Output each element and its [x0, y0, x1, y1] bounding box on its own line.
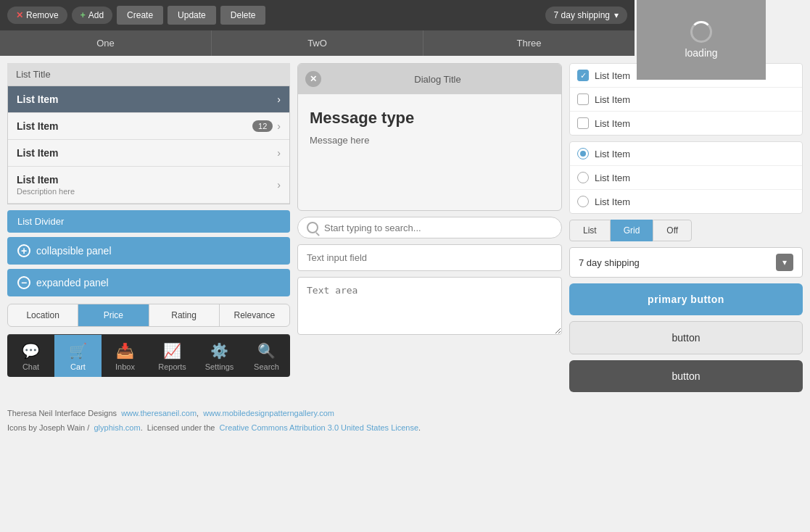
tab-three[interactable]: Three — [423, 30, 635, 56]
radio-list: List Item List Item List Item — [569, 141, 803, 214]
center-panel: ✕ Dialog Title Message type Message here — [297, 63, 562, 392]
toggle-group: List Grid Off — [569, 220, 803, 241]
dropdown-select[interactable]: 7 day shipping ▾ — [569, 247, 803, 278]
list-title: List Title — [7, 63, 290, 86]
dialog-close-button[interactable]: ✕ — [305, 71, 321, 87]
toolbar: ✕ Remove + Add Create Update Delete 7 da… — [0, 0, 635, 30]
spinner-icon — [690, 21, 712, 43]
expanded-panel[interactable]: − expanded panel — [7, 269, 290, 296]
dialog-title: Dialog Title — [321, 74, 554, 85]
tab-one[interactable]: One — [0, 30, 212, 56]
tab-bar-reports[interactable]: 📈 Reports — [149, 335, 196, 377]
tab-bar-chat[interactable]: 💬 Chat — [7, 335, 54, 377]
dialog-body: Message type Message here — [298, 94, 561, 210]
footer-link-1[interactable]: www.theresaneil.com — [121, 409, 197, 417]
list-container: List Item › List Item 12 › List Item › — [7, 86, 290, 204]
list-item[interactable]: List Item › — [8, 140, 289, 167]
remove-icon: ✕ — [16, 10, 23, 20]
segment-control: Location Price Rating Relevance — [7, 304, 290, 327]
minus-icon: − — [17, 276, 30, 289]
segment-rating[interactable]: Rating — [149, 304, 220, 326]
loading-panel: loading — [637, 0, 766, 80]
left-panel: List Title List Item › List Item 12 › Li… — [7, 63, 290, 392]
dropdown-label: 7 day shipping — [579, 257, 640, 268]
radio-selected[interactable] — [577, 148, 589, 159]
search-bar[interactable] — [297, 217, 562, 238]
toggle-off-button[interactable]: Off — [653, 220, 692, 241]
cart-icon: 🛒 — [69, 342, 87, 359]
toggle-list-button[interactable]: List — [569, 220, 611, 241]
dropdown-chevron-icon: ▾ — [776, 254, 793, 271]
radio-unselected[interactable] — [577, 172, 589, 183]
list-divider: List Divider — [7, 210, 290, 233]
search-icon — [307, 222, 318, 233]
message-body-text: Message here — [310, 135, 550, 146]
collapsible-panel[interactable]: + collapsible panel — [7, 237, 290, 265]
tab-bar-search[interactable]: 🔍 Search — [243, 335, 290, 377]
segment-price[interactable]: Price — [78, 304, 149, 326]
radio-unselected[interactable] — [577, 196, 589, 207]
settings-icon: ⚙️ — [210, 342, 228, 359]
footer-link-4[interactable]: Creative Commons Attribution 3.0 United … — [220, 423, 419, 432]
dark-button[interactable]: button — [569, 360, 803, 392]
list-item[interactable]: List Item › — [8, 86, 289, 113]
radio-item[interactable]: List Item — [570, 190, 802, 213]
footer-link-2[interactable]: www.mobiledesignpatterngallery.com — [203, 409, 334, 417]
chevron-right-icon: › — [277, 179, 281, 191]
message-type-heading: Message type — [310, 109, 550, 128]
badge: 12 — [252, 120, 273, 132]
chevron-right-icon: › — [277, 147, 281, 159]
dialog-box: ✕ Dialog Title Message type Message here — [297, 63, 562, 211]
tab-bar-inbox[interactable]: 📥 Inbox — [102, 335, 149, 377]
update-button[interactable]: Update — [168, 6, 216, 25]
list-item[interactable]: List Item Description here › — [8, 167, 289, 204]
footer: Theresa Neil Interface Designs www.there… — [0, 399, 810, 443]
loading-label: loading — [685, 47, 717, 59]
checkbox-item[interactable]: List Item — [570, 88, 802, 112]
segment-location[interactable]: Location — [8, 304, 78, 326]
plus-icon: + — [17, 244, 30, 257]
checkbox-item[interactable]: List Item — [570, 112, 802, 135]
main-content: List Title List Item › List Item 12 › Li… — [0, 56, 810, 399]
chat-icon: 💬 — [22, 342, 40, 359]
tabs-row: One TwO Three — [0, 30, 635, 56]
list-item[interactable]: List Item 12 › — [8, 113, 289, 140]
right-panel: List Item List Item List Item List Item — [569, 63, 803, 392]
chevron-right-icon: › — [277, 93, 281, 105]
create-button[interactable]: Create — [117, 6, 163, 25]
checkbox-checked[interactable] — [577, 70, 589, 81]
tab-two[interactable]: TwO — [212, 30, 423, 56]
add-button[interactable]: + Add — [72, 7, 112, 24]
radio-item[interactable]: List Item — [570, 142, 802, 166]
segment-relevance[interactable]: Relevance — [220, 304, 289, 326]
checkbox-unchecked[interactable] — [577, 117, 589, 129]
dialog-header: ✕ Dialog Title — [298, 64, 561, 94]
tab-bar-cart[interactable]: 🛒 Cart — [54, 335, 102, 377]
remove-button[interactable]: ✕ Remove — [7, 7, 67, 24]
footer-link-3[interactable]: glyphish.com — [94, 423, 140, 432]
radio-item[interactable]: List Item — [570, 166, 802, 190]
tab-bar: 💬 Chat 🛒 Cart 📥 Inbox 📈 Reports ⚙️ — [7, 334, 290, 377]
text-area-field[interactable] — [297, 277, 562, 335]
chevron-down-icon: ▾ — [614, 10, 619, 20]
inbox-icon: 📥 — [116, 342, 134, 359]
checkbox-unchecked[interactable] — [577, 93, 589, 105]
shipping-dropdown[interactable]: 7 day shipping ▾ — [545, 7, 627, 24]
delete-button[interactable]: Delete — [220, 6, 266, 25]
primary-button[interactable]: primary button — [569, 283, 803, 315]
reports-icon: 📈 — [163, 342, 181, 359]
secondary-button[interactable]: button — [569, 321, 803, 354]
search-input[interactable] — [324, 223, 553, 233]
text-input-field[interactable] — [297, 244, 562, 271]
tab-bar-settings[interactable]: ⚙️ Settings — [196, 335, 243, 377]
chevron-right-icon: › — [277, 120, 281, 132]
toggle-grid-button[interactable]: Grid — [611, 220, 653, 241]
search-tab-icon: 🔍 — [257, 342, 276, 359]
add-icon: + — [80, 10, 86, 20]
